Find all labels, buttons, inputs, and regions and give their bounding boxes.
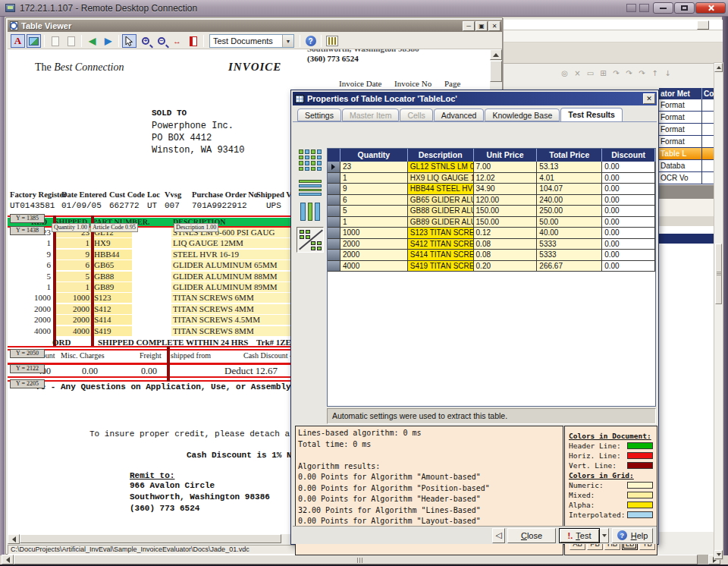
find-icon[interactable]: ◎ (559, 68, 570, 79)
column-lines-tool[interactable] (299, 203, 322, 221)
table-row[interactable]: 1GB89 GLIDER ALU150.0050.000.00 (328, 217, 655, 228)
grid-cell[interactable]: 1000 (340, 228, 408, 239)
tab-settings[interactable]: Settings (297, 108, 341, 121)
grid-cell[interactable]: 0.08 (474, 250, 538, 261)
grid-cell[interactable]: 240.00 (537, 195, 602, 206)
move-up-icon[interactable]: ↑ (649, 68, 661, 79)
grid-cell[interactable]: 53.13 (537, 162, 602, 173)
chevron-down-icon[interactable]: ▼ (282, 35, 293, 47)
row-lines-tool[interactable] (299, 180, 322, 196)
table-row[interactable]: 1000S123 TITAN SCRE0.1240.000.00 (328, 228, 655, 239)
image-mode-button[interactable] (27, 34, 41, 48)
test-results-grid[interactable]: QuantityDescriptionUnit PriceTotal Price… (327, 148, 656, 407)
locator-row-format[interactable]: Format (659, 112, 717, 124)
close-button[interactable] (695, 2, 726, 14)
row-selector[interactable] (328, 184, 340, 195)
scroll-up-button[interactable] (490, 49, 502, 60)
locator-row-databa[interactable]: Databa (659, 160, 717, 172)
copy-icon[interactable]: ⊞ (598, 68, 609, 79)
tab-master-item[interactable]: Master Item (342, 108, 399, 121)
grid-cell[interactable]: 4.01 (537, 173, 602, 184)
grid-cell[interactable]: 1 (340, 217, 408, 228)
rdp-restore-down-icon[interactable] (639, 4, 649, 12)
grid-cell[interactable]: 120.00 (474, 195, 538, 206)
grid-cell[interactable]: 1 (340, 173, 408, 184)
grid-cell[interactable]: S414 TITAN SCRE (408, 250, 474, 261)
zoom-in-button[interactable]: + (138, 34, 152, 48)
viewer-maximize-button[interactable]: ▣ (475, 21, 488, 31)
tab-cells[interactable]: Cells (400, 108, 432, 121)
tab-test-results[interactable]: Test Results (560, 108, 623, 122)
scroll-left-button[interactable] (2, 555, 14, 564)
zoom-out-button[interactable]: − (154, 34, 168, 48)
row-selector[interactable] (328, 261, 340, 272)
row-selector[interactable] (328, 250, 340, 261)
locator-row-format[interactable]: Format (659, 124, 717, 136)
grid-cell[interactable]: 0.00 (602, 162, 655, 173)
rdp-pin-icon[interactable] (626, 4, 636, 12)
panel-minimize-button[interactable] (697, 20, 709, 30)
minimize-button[interactable] (653, 2, 673, 14)
column-header-discount[interactable]: Discount (602, 149, 655, 162)
grid-cell[interactable]: 150.00 (474, 217, 538, 228)
grid-cell[interactable]: 104.07 (537, 184, 602, 195)
column-header-quantity[interactable]: Quantity (340, 149, 408, 162)
grid-cell[interactable]: 0.00 (602, 239, 655, 250)
pointer-tool-button[interactable] (122, 34, 136, 48)
grid-cell[interactable]: 0.00 (602, 206, 655, 217)
cell-colors-tool[interactable] (299, 149, 322, 171)
locator-row-ocr-vo[interactable]: OCR Vo (659, 172, 717, 184)
grid-cell[interactable]: 40.00 (537, 228, 602, 239)
grid-cell[interactable]: 2000 (340, 239, 408, 250)
grid-cell[interactable]: 0.20 (474, 261, 538, 272)
grid-cell[interactable]: S412 TITAN SCRE (408, 239, 474, 250)
row-selector[interactable] (328, 206, 340, 217)
grid-cell[interactable]: S419 TITAN SCRE (408, 261, 474, 272)
grid-cell[interactable]: 5333 (537, 239, 602, 250)
grid-cell[interactable]: 0.00 (602, 261, 655, 272)
viewer-minimize-button[interactable]: ─ (463, 21, 475, 31)
scroll-thumb[interactable] (14, 555, 698, 564)
grid-cell[interactable]: 0.00 (602, 173, 655, 184)
table-row[interactable]: 4000S419 TITAN SCRE0.20266.670.00 (328, 261, 655, 272)
viewer-titlebar[interactable]: Table Viewer ─ ▣ ✕ (8, 20, 502, 32)
grid-cell[interactable]: 0.00 (602, 228, 655, 239)
window-icon[interactable]: ▭ (585, 68, 596, 79)
row-selector[interactable] (328, 228, 340, 239)
documents-combobox[interactable]: Test Documents ▼ (209, 34, 294, 48)
column-header-total-price[interactable]: Total Price (537, 149, 602, 162)
row-selector[interactable] (328, 162, 340, 173)
locator-row-format[interactable]: Format (659, 99, 717, 112)
grid-cell[interactable]: 0.00 (602, 217, 655, 228)
table-row[interactable]: 23GL12 STNLS LM 0 -7.0053.130.00 (328, 162, 655, 173)
grid-cell[interactable]: 0.08 (474, 239, 538, 250)
grid-cell[interactable]: HX9 LIQ GAUGE 12 (408, 173, 474, 184)
grid-cell[interactable]: 250.00 (537, 206, 602, 217)
grid-cell[interactable]: 266.67 (537, 261, 602, 272)
column-header-description[interactable]: Description (408, 149, 474, 162)
rdp-hscrollbar[interactable] (2, 555, 720, 564)
test-dropdown-button[interactable] (600, 528, 609, 543)
page-prev-button[interactable] (48, 34, 62, 48)
grid-cell[interactable]: 12.02 (474, 173, 538, 184)
grid-cell[interactable]: GB65 GLIDER ALU (408, 195, 474, 206)
send-icon[interactable]: ↷ (623, 68, 635, 79)
grid-cell[interactable]: GB88 GLIDER ALU (408, 206, 474, 217)
grid-cell[interactable]: 5 (340, 206, 408, 217)
move-down-icon[interactable]: ↓ (662, 68, 673, 79)
nav-forward-button[interactable]: ▶ (101, 34, 115, 48)
maximize-button[interactable] (674, 2, 695, 14)
row-selector[interactable] (328, 195, 340, 206)
grid-cell[interactable]: 0.00 (602, 184, 655, 195)
table-row[interactable]: 2000S412 TITAN SCRE0.0853330.00 (328, 239, 655, 250)
grid-cell[interactable]: 2000 (340, 250, 408, 261)
send-icon[interactable]: ↷ (636, 68, 648, 79)
interpolation-tool[interactable] (297, 227, 324, 253)
send-icon[interactable]: ↷ (610, 68, 622, 79)
grid-cell[interactable]: GB89 GLIDER ALU (408, 217, 474, 228)
columns-view-button[interactable] (325, 34, 339, 48)
grid-cell[interactable]: 34.90 (474, 184, 538, 195)
tab-knowledge-base[interactable]: Knowledge Base (485, 108, 560, 121)
viewer-close-button[interactable]: ✕ (488, 21, 500, 31)
dialog-close-button[interactable]: ✕ (643, 93, 655, 104)
